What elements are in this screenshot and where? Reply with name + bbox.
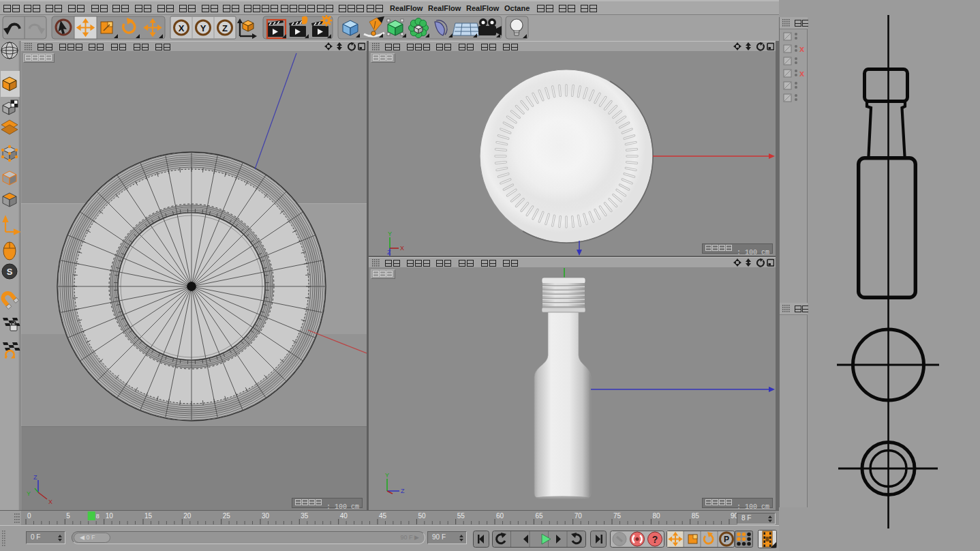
svg-text:Z: Z xyxy=(401,488,405,494)
svg-text:8: 8 xyxy=(96,513,99,520)
svg-text:20: 20 xyxy=(183,512,192,520)
svg-text:S: S xyxy=(7,267,13,277)
svg-text:0: 0 xyxy=(27,512,31,520)
svg-text:80: 80 xyxy=(652,512,660,520)
svg-text:65: 65 xyxy=(535,512,543,520)
svg-text:5: 5 xyxy=(66,512,70,520)
svg-text:Y: Y xyxy=(27,490,31,497)
svg-text:Y: Y xyxy=(385,472,389,479)
svg-text:60: 60 xyxy=(496,512,504,520)
svg-text:70: 70 xyxy=(575,512,583,520)
svg-text:10: 10 xyxy=(106,512,114,520)
svg-text:P: P xyxy=(724,535,729,544)
svg-text:x: x xyxy=(799,68,805,78)
svg-text:25: 25 xyxy=(223,512,231,520)
svg-text:x: x xyxy=(799,44,805,54)
svg-text:50: 50 xyxy=(418,512,426,520)
svg-text:Z: Z xyxy=(222,23,228,33)
svg-text:Z: Z xyxy=(387,249,391,256)
svg-text:15: 15 xyxy=(144,512,153,520)
svg-text:X: X xyxy=(48,498,52,505)
svg-text:30: 30 xyxy=(262,512,270,520)
svg-text:55: 55 xyxy=(457,512,465,520)
svg-text:85: 85 xyxy=(692,512,700,520)
svg-text:Y: Y xyxy=(200,23,206,33)
svg-text:X: X xyxy=(179,23,185,33)
svg-text:35: 35 xyxy=(301,512,309,520)
svg-text:Y: Y xyxy=(388,230,392,237)
svg-text:75: 75 xyxy=(613,512,622,520)
svg-text:?: ? xyxy=(652,534,658,545)
svg-text:45: 45 xyxy=(379,512,387,520)
svg-text:40: 40 xyxy=(340,512,348,520)
svg-text:X: X xyxy=(400,245,404,252)
svg-text:Z: Z xyxy=(33,474,37,481)
